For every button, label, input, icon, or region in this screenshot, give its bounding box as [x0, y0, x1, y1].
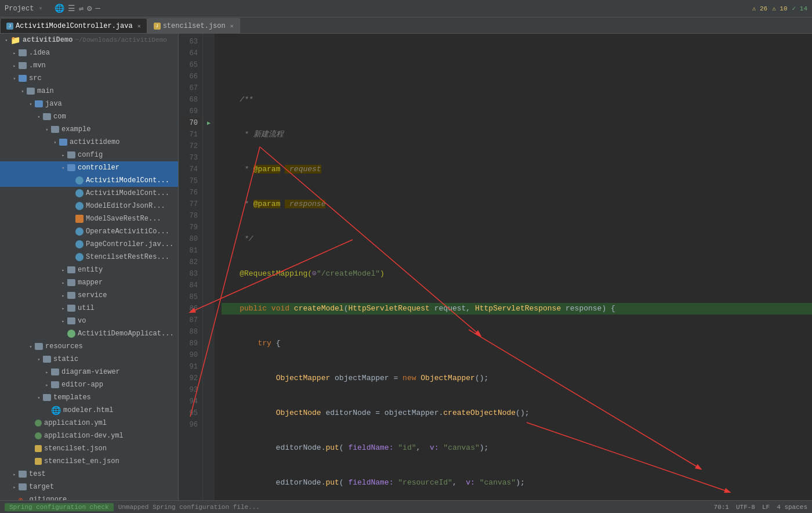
sidebar-item-root[interactable]: 📁 activitiDemo ~/Downloads/activitiDemo: [0, 34, 178, 46]
arrow-java: [27, 100, 35, 108]
folder-icon-idea: [19, 49, 27, 56]
java-icon-amc1: [75, 176, 84, 185]
arrow-op: [67, 227, 75, 236]
sidebar-item-app-dev-yml[interactable]: application-dev.yml: [0, 429, 178, 442]
sidebar-item-templates[interactable]: templates: [0, 391, 178, 404]
sidebar-item-pagecontroller[interactable]: PageController.jav...: [0, 238, 178, 251]
tab-json-close[interactable]: ✕: [230, 23, 234, 30]
line-numbers: 63 64 65 66 67 68 69 70 71 72 73 74 75 7…: [179, 34, 203, 500]
sidebar-item-config[interactable]: config: [0, 149, 178, 161]
arrow-com: [35, 113, 43, 121]
sidebar-item-resources[interactable]: resources: [0, 340, 178, 353]
idea-label: .idea: [29, 49, 50, 57]
sidebar-item-static[interactable]: static: [0, 353, 178, 366]
sidebar-item-test[interactable]: test: [0, 468, 178, 481]
arrow-main: [19, 87, 27, 95]
arrow-sej: [27, 457, 35, 465]
sidebar-item-activitimodelcont2[interactable]: ActivitiModelCont...: [0, 187, 178, 200]
folder-icon-com: [43, 113, 51, 120]
ln-75: 75: [179, 175, 202, 187]
ln-69: 69: [179, 106, 202, 117]
sidebar-item-activitidemoapp[interactable]: ActivitiDemoApplicat...: [0, 327, 178, 340]
title-bar-left: Project ▾ 🌐 ☰ ⇌ ⚙ —: [5, 3, 100, 13]
error-count[interactable]: ⚠ 10: [772, 5, 787, 12]
sidebar-item-controller[interactable]: controller: [0, 161, 178, 174]
vo-label: vo: [78, 317, 86, 325]
list-icon[interactable]: ☰: [68, 3, 75, 13]
gutter-81: [203, 245, 215, 256]
sidebar-item-gitignore[interactable]: ⊙ .gitignore: [0, 493, 178, 500]
static-label: static: [53, 355, 78, 363]
folder-icon-mvn: [19, 62, 27, 69]
sidebar-item-service[interactable]: service: [0, 289, 178, 302]
sidebar-item-editor-app[interactable]: editor-app: [0, 378, 178, 391]
sidebar-item-app-yml[interactable]: application.yml: [0, 417, 178, 429]
sidebar-item-mvn[interactable]: .mvn: [0, 59, 178, 72]
project-label[interactable]: Project: [5, 5, 34, 13]
sidebar-item-java[interactable]: java: [0, 97, 178, 110]
warning-count[interactable]: ⚠ 26: [752, 5, 767, 12]
sidebar-item-modeleditor[interactable]: ModelEditorJsonR...: [0, 200, 178, 212]
sidebar-item-src[interactable]: src: [0, 72, 178, 85]
arrow-static: [35, 355, 43, 363]
settings-icon[interactable]: ⚙: [87, 3, 92, 13]
arrow-ada: [59, 330, 67, 338]
ln-80: 80: [179, 233, 202, 245]
success-count[interactable]: ✓ 14: [792, 5, 807, 12]
ln-84: 84: [179, 280, 202, 291]
sidebar-item-stencilset[interactable]: StencilsetRestRes...: [0, 251, 178, 263]
yaml-icon-ady: [35, 432, 42, 439]
gutter-89: [203, 338, 215, 349]
folder-icon-util: [67, 305, 75, 312]
project-name: activitiDemo: [23, 36, 72, 44]
ln-90: 90: [179, 349, 202, 361]
sidebar-item-com[interactable]: com: [0, 110, 178, 123]
sidebar-item-vo[interactable]: vo: [0, 315, 178, 327]
com-label: com: [53, 113, 66, 121]
code-editor[interactable]: 63 64 65 66 67 68 69 70 71 72 73 74 75 7…: [179, 34, 812, 500]
json-icon-sj: [35, 445, 42, 452]
split-icon[interactable]: ⇌: [79, 3, 84, 13]
folder-icon-java: [35, 100, 43, 107]
arrow-mapper: [59, 279, 67, 287]
sidebar-item-operate[interactable]: OperateActivitiCo...: [0, 225, 178, 238]
java-icon-me: [75, 202, 84, 210]
tab-java[interactable]: J ActivitiModelController.java ✕: [0, 18, 147, 33]
sidebar-item-target[interactable]: target: [0, 481, 178, 493]
sidebar-item-modelsave[interactable]: ModelSaveRestRe...: [0, 212, 178, 225]
gutter-71: [203, 129, 215, 140]
entity-label: entity: [78, 266, 103, 274]
line-75: editorNode.put( fieldName: "resourceId",…: [222, 477, 812, 489]
title-bar: Project ▾ 🌐 ☰ ⇌ ⚙ — ⚠ 26 ⚠ 10 ✓ 14: [0, 0, 812, 17]
sidebar-item-mapper[interactable]: mapper: [0, 276, 178, 289]
code-content[interactable]: /** * 新建流程 * @param request * @param res…: [215, 34, 812, 500]
globe-icon[interactable]: 🌐: [55, 3, 64, 13]
gutter-63: [203, 36, 215, 48]
sidebar-item-activitidemo[interactable]: activitidemo: [0, 136, 178, 149]
ln-68: 68: [179, 94, 202, 106]
tab-java-close[interactable]: ✕: [137, 23, 141, 30]
line-71: try {: [222, 338, 812, 349]
sidebar-item-util[interactable]: util: [0, 302, 178, 315]
sidebar-item-diagram-viewer[interactable]: diagram-viewer: [0, 366, 178, 378]
minimize-icon[interactable]: —: [96, 3, 100, 13]
spring-badge[interactable]: Spring configuration check: [5, 503, 114, 511]
sidebar-item-entity[interactable]: entity: [0, 263, 178, 276]
folder-icon-test: [19, 471, 27, 478]
sidebar-item-modeler-html[interactable]: 🌐 modeler.html: [0, 404, 178, 417]
tab-json[interactable]: J stencilset.json ✕: [147, 18, 240, 33]
java-icon-ms: [75, 215, 84, 223]
arrow-amc1: [67, 176, 75, 185]
sidebar-item-stencilset-en-json[interactable]: stencilset_en.json: [0, 455, 178, 468]
arrow-resources: [27, 342, 35, 351]
sidebar-item-example[interactable]: example: [0, 123, 178, 136]
folder-icon-controller: [67, 164, 75, 171]
gutter-78: [203, 210, 215, 222]
sidebar-item-stencilset-json[interactable]: stencilset.json: [0, 442, 178, 455]
sidebar-item-main[interactable]: main: [0, 85, 178, 97]
arrow-config: [59, 151, 67, 159]
folder-icon-activitidemo: [59, 139, 67, 146]
sidebar-item-idea[interactable]: .idea: [0, 46, 178, 59]
target-label: target: [29, 483, 54, 491]
sidebar-item-activitimodelcont1[interactable]: ActivitiModelCont...: [0, 174, 178, 187]
